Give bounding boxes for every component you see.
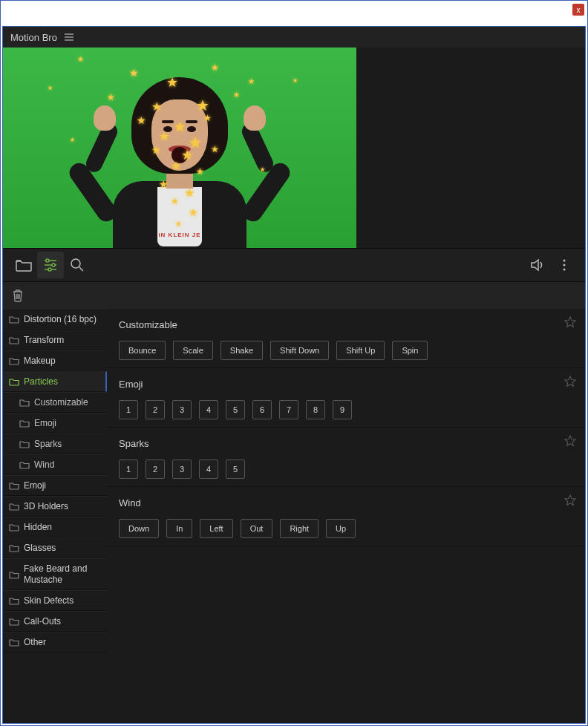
section-wind: WindDownInLeftOutRightUp: [107, 487, 585, 546]
category-other[interactable]: Other: [3, 632, 107, 653]
svg-point-6: [52, 264, 55, 266]
preset-content: CustomizableBounceScaleShakeShift DownSh…: [107, 309, 585, 723]
preset-scale[interactable]: Scale: [173, 341, 213, 360]
preset-4[interactable]: 4: [199, 400, 218, 419]
category-transform[interactable]: Transform: [3, 330, 107, 350]
title-bar: Motion Bro: [3, 27, 585, 48]
category-label: Emoji: [24, 480, 46, 491]
preset-spin[interactable]: Spin: [392, 341, 428, 360]
preset-right[interactable]: Right: [280, 519, 318, 538]
preset-up[interactable]: Up: [326, 519, 356, 538]
preset-2[interactable]: 2: [146, 400, 165, 419]
subcategory-label: Emoji: [34, 418, 56, 428]
svg-point-9: [71, 259, 80, 268]
subcategory-emoji[interactable]: Emoji: [3, 413, 107, 434]
category-glasses[interactable]: Glasses: [3, 537, 107, 558]
section-sparks: Sparks12345: [107, 428, 585, 487]
category-call-outs[interactable]: Call-Outs: [3, 611, 107, 632]
subcategory-label: Wind: [34, 460, 54, 470]
preset-row: 12345: [119, 460, 573, 479]
preset-5[interactable]: 5: [226, 400, 245, 419]
filter-view-button[interactable]: [37, 252, 64, 278]
category-label: Fake Beard and Mustache: [24, 563, 101, 585]
preset-shift-down[interactable]: Shift Down: [270, 341, 329, 360]
favorite-star-icon[interactable]: [564, 316, 576, 328]
app-window: Motion Bro IN KLEIN JE: [2, 26, 586, 724]
preset-row: BounceScaleShakeShift DownShift UpSpin: [119, 341, 573, 360]
section-customizable: CustomizableBounceScaleShakeShift DownSh…: [107, 309, 585, 368]
category-particles[interactable]: Particles: [3, 371, 107, 392]
category-label: Hidden: [24, 522, 52, 532]
section-title: Customizable: [119, 319, 573, 330]
svg-point-13: [564, 269, 566, 271]
main-toolbar: [3, 248, 585, 282]
favorite-star-icon[interactable]: [564, 435, 576, 447]
category-hidden[interactable]: Hidden: [3, 517, 107, 537]
search-button[interactable]: [64, 252, 91, 278]
audio-button[interactable]: [524, 252, 551, 278]
preset-bounce[interactable]: Bounce: [119, 341, 166, 360]
category-label: 3D Holders: [24, 501, 68, 511]
preset-in[interactable]: In: [166, 519, 192, 538]
category-label: Makeup: [24, 356, 56, 366]
preset-down[interactable]: Down: [119, 519, 159, 538]
preview-pane: IN KLEIN JE ★ ★ ★ ★ ★ ★ ★ ★ ★ ★: [3, 48, 356, 248]
category-label: Distortion (16 bpc): [24, 314, 97, 324]
svg-point-8: [48, 268, 51, 271]
preset-left[interactable]: Left: [200, 519, 232, 538]
sub-toolbar: [3, 282, 585, 309]
shirt-text: IN KLEIN JE: [158, 232, 200, 238]
category-label: Transform: [24, 335, 64, 345]
preset-row: DownInLeftOutRightUp: [119, 519, 573, 538]
preset-1[interactable]: 1: [119, 400, 138, 419]
category-label: Glasses: [24, 543, 56, 553]
window-close-button[interactable]: x: [572, 4, 584, 16]
category-fake-beard-and-mustache[interactable]: Fake Beard and Mustache: [3, 558, 107, 590]
preset-1[interactable]: 1: [119, 460, 138, 479]
favorite-star-icon[interactable]: [564, 376, 576, 387]
preset-3[interactable]: 3: [172, 400, 192, 419]
section-title: Sparks: [119, 438, 573, 449]
app-title: Motion Bro: [10, 32, 57, 43]
category-makeup[interactable]: Makeup: [3, 350, 107, 371]
preset-shift-up[interactable]: Shift Up: [336, 341, 385, 360]
preset-8[interactable]: 8: [306, 400, 325, 419]
subcategory-wind[interactable]: Wind: [3, 454, 107, 475]
category-sidebar: Distortion (16 bpc)TransformMakeupPartic…: [3, 309, 107, 723]
subcategory-label: Sparks: [34, 439, 62, 449]
section-emoji: Emoji123456789: [107, 368, 585, 428]
subcategory-label: Customizable: [34, 397, 88, 408]
category-skin-defects[interactable]: Skin Defects: [3, 590, 107, 611]
subcategory-customizable[interactable]: Customizable: [3, 392, 107, 413]
preset-9[interactable]: 9: [333, 400, 352, 419]
preset-7[interactable]: 7: [279, 400, 298, 419]
preset-3[interactable]: 3: [172, 460, 192, 479]
category-label: Skin Defects: [24, 595, 74, 606]
svg-line-10: [79, 267, 83, 271]
more-menu-button[interactable]: [551, 252, 578, 278]
category-emoji[interactable]: Emoji: [3, 475, 107, 496]
svg-point-4: [46, 259, 49, 262]
preview-subject: IN KLEIN JE: [61, 48, 298, 248]
section-title: Wind: [119, 497, 573, 508]
trash-button[interactable]: [12, 289, 24, 302]
category-label: Call-Outs: [24, 616, 61, 627]
category-label: Other: [24, 637, 46, 647]
subcategory-sparks[interactable]: Sparks: [3, 434, 107, 454]
category-distortion-16-bpc-[interactable]: Distortion (16 bpc): [3, 309, 107, 330]
preset-out[interactable]: Out: [241, 519, 273, 538]
category-3d-holders[interactable]: 3D Holders: [3, 496, 107, 517]
svg-point-11: [564, 260, 566, 262]
preset-5[interactable]: 5: [226, 460, 245, 479]
preset-2[interactable]: 2: [146, 460, 165, 479]
preset-4[interactable]: 4: [199, 460, 218, 479]
preset-shake[interactable]: Shake: [220, 341, 263, 360]
section-title: Emoji: [119, 379, 573, 390]
hamburger-icon[interactable]: [65, 33, 74, 41]
folder-view-button[interactable]: [10, 252, 37, 278]
preset-6[interactable]: 6: [252, 400, 272, 419]
favorite-star-icon[interactable]: [564, 494, 576, 506]
svg-point-12: [564, 264, 566, 266]
preset-row: 123456789: [119, 400, 573, 419]
category-label: Particles: [24, 376, 58, 387]
